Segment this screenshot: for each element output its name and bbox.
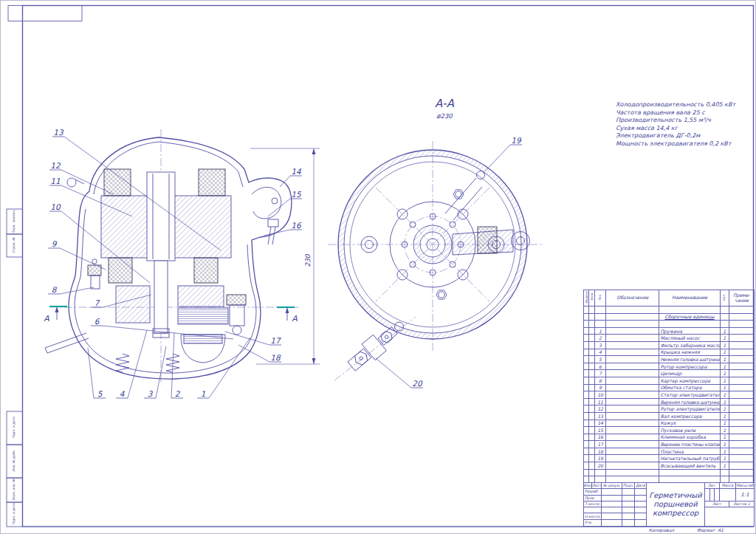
- parts-row: 5Нижняя головка шатунного узла1: [584, 356, 755, 363]
- corner-stamp-box: [8, 6, 82, 21]
- part-qty: 1: [720, 377, 729, 384]
- col-header-name: Наименование: [659, 290, 720, 307]
- margin-stamp-label: Взам. инв. №: [12, 479, 16, 501]
- part-qty: 1: [720, 349, 729, 356]
- parts-row-group: Сборочные единицы: [584, 313, 755, 321]
- callout-number: 19: [511, 136, 522, 145]
- section-mark-right: А: [277, 307, 298, 324]
- part-qty: 1: [720, 391, 729, 399]
- margin-stamp-labels: Перв. примен. Справ. № Подп. и дата Инв.…: [12, 209, 16, 524]
- part-name: Фильтр заборника масла: [659, 341, 720, 349]
- section-letter: А: [292, 314, 298, 324]
- tb-scale-label: Масштаб: [736, 483, 754, 489]
- callout-number: 6: [94, 317, 100, 326]
- shell-nub: [67, 178, 76, 187]
- part-qty: 1: [720, 462, 729, 470]
- part-pos: 3: [595, 341, 606, 349]
- callout-number: 11: [50, 177, 60, 185]
- rotor: [147, 172, 175, 261]
- tb-row-nkontr: Н.контр.: [584, 513, 602, 519]
- tech-spec-line: Сухая масса 14,4 кг: [616, 125, 756, 133]
- section-mark-left: А: [44, 307, 67, 324]
- part-pos: 2: [595, 335, 606, 342]
- valve-assembly-right: [227, 295, 246, 335]
- part-qty: 1: [720, 455, 729, 462]
- callout-number: 12: [50, 161, 61, 170]
- tb-col-list: Лист: [592, 483, 602, 489]
- part-pos: 6: [595, 363, 606, 370]
- part-name: Нагнетательный патрубок: [659, 455, 720, 462]
- part-qty: 1: [720, 448, 729, 455]
- parts-row: 1Пружина1: [584, 327, 755, 335]
- tb-lit-label: Лит.: [705, 483, 720, 489]
- callout-number: 7: [94, 298, 100, 307]
- part-pos: 11: [595, 398, 606, 405]
- tech-specs: Холодопроизводительность 0,405 кВт Часто…: [616, 101, 756, 148]
- stator-coil: [199, 169, 225, 196]
- dimension-230-text: 230: [304, 253, 312, 267]
- parts-row: 19Нагнетательный патрубок1: [584, 455, 755, 462]
- part-name: Обмотка статора: [659, 384, 720, 391]
- parts-row: 20Всасывающий вентиль1: [584, 462, 755, 470]
- tb-row-razrab: Разраб.: [584, 489, 602, 495]
- callout-number: 5: [97, 389, 103, 398]
- tech-spec-line: Частота вращения вала 25 с: [616, 109, 756, 117]
- callout-number: 16: [291, 221, 302, 230]
- part-name: Статор электродвигателя: [659, 391, 720, 399]
- callout-number: 1: [201, 389, 206, 398]
- callout-number: 20: [412, 379, 423, 388]
- drawing-title-line2: компрессор: [653, 509, 698, 518]
- callout-number: 2: [175, 389, 181, 398]
- callout-number: 17: [270, 336, 281, 345]
- col-header-qty: Кол.: [722, 294, 727, 301]
- part-name: Масляный насос: [659, 335, 720, 342]
- part-qty: 1: [720, 356, 729, 363]
- tb-sheet-label: Лист: [705, 502, 729, 507]
- section-diameter-label: ø230: [436, 112, 453, 120]
- tb-col-docnum: № докум.: [602, 483, 622, 489]
- part-name: Цилиндр: [659, 370, 720, 377]
- tb-col-podp: Подп.: [622, 483, 635, 489]
- part-name: Картер компрессора: [659, 377, 720, 384]
- part-name: Пусковое реле: [659, 427, 720, 434]
- part-name: Ротор электродвигателя: [659, 405, 720, 413]
- copied-label: Копировал: [632, 527, 691, 533]
- part-pos: 5: [595, 356, 606, 363]
- part-qty: 1: [720, 427, 729, 434]
- compressor-shell-outer: [69, 137, 292, 379]
- tb-mass-label: Масса: [720, 483, 736, 489]
- part-qty: 1: [720, 363, 729, 370]
- drawing-sheet: Перв. примен. Справ. № Подп. и дата Инв.…: [0, 0, 756, 534]
- margin-stamp-label: Справ. №: [12, 237, 16, 253]
- part-pos: 17: [595, 441, 606, 448]
- parts-row-blank: [584, 321, 755, 328]
- part-name: Вал компрессора: [659, 412, 720, 420]
- parts-row: 3Фильтр заборника масла1: [584, 341, 755, 349]
- spring: [116, 354, 129, 372]
- callout-14: 14: [280, 167, 302, 188]
- parts-row: 17Верхние пластины клапана компрессора1: [584, 441, 755, 448]
- callout-number: 15: [291, 190, 302, 199]
- part-qty: 1: [720, 420, 729, 427]
- col-header-format: Формат: [585, 291, 589, 304]
- parts-row: 4Крышка нижняя1: [584, 349, 755, 356]
- col-header-pos: Поз.: [598, 294, 603, 301]
- parts-row-blank: [584, 307, 755, 314]
- part-qty: 1: [720, 370, 729, 377]
- tech-spec-line: Холодопроизводительность 0,405 кВт: [616, 101, 756, 109]
- part-name: Верхняя головка шатунного узла: [659, 398, 720, 405]
- tech-spec-line: Мощность электродвигателя 0,2 кВт: [616, 140, 756, 148]
- valve-plate: [178, 308, 228, 324]
- part-name: Пластина: [659, 448, 720, 455]
- parts-table-body: Сборочные единицы1Пружина12Масляный насо…: [584, 307, 755, 484]
- callout-number: 14: [291, 167, 301, 176]
- part-name: Клеммная коробка: [659, 434, 720, 441]
- callout-number: 3: [148, 389, 154, 398]
- section-view: А-А ø230: [328, 97, 542, 380]
- callout-number: 13: [53, 128, 64, 137]
- parts-row: 18Пластина1: [584, 448, 755, 455]
- part-qty: 1: [720, 398, 729, 405]
- col-header-note: Приме- чание: [729, 290, 754, 307]
- margin-stamp-label: Инв. № дубл.: [12, 450, 16, 472]
- parts-row: 11Верхняя головка шатунного узла1: [584, 398, 755, 405]
